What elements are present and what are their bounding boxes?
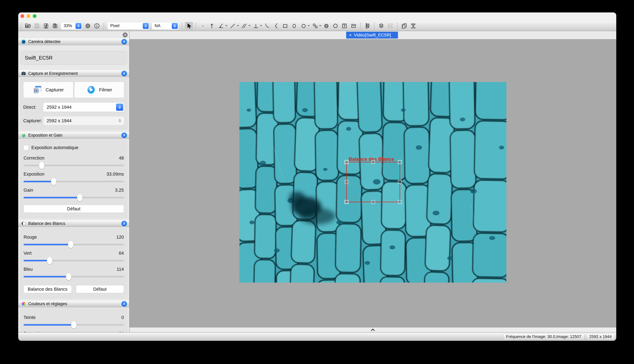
hue-slider[interactable] [24, 324, 124, 326]
open-file-button[interactable] [24, 22, 32, 30]
panel-header-capture[interactable]: Capture et Enregistrement [18, 70, 129, 77]
red-slider[interactable] [24, 244, 124, 245]
chevron-down-icon[interactable] [319, 24, 322, 28]
capture-button[interactable]: Capturer [23, 82, 73, 98]
polygon-tool-button[interactable] [331, 22, 340, 30]
linked-circles-tool-button[interactable] [311, 22, 319, 30]
close-window-button[interactable] [20, 14, 24, 18]
chevron-down-icon[interactable] [248, 24, 251, 28]
layers-button[interactable] [377, 22, 385, 30]
slider-knob[interactable] [71, 321, 76, 328]
slider-fill [24, 181, 54, 182]
timelapse-capture-button[interactable] [51, 22, 59, 30]
export-csv-button[interactable]: CSV [386, 22, 394, 30]
panel-header-colors[interactable]: Couleurs et réglages [18, 300, 129, 308]
save-button[interactable] [33, 22, 41, 30]
perpendicular-tool-button[interactable] [252, 22, 260, 30]
measure-tool-button[interactable] [363, 22, 372, 30]
snapshot-icon [33, 85, 42, 95]
main-area: × Vidéo[Swift_EC5R] [130, 31, 616, 332]
panel-title: Capture et Enregistrement [28, 71, 78, 76]
panel-collapse-button[interactable] [121, 301, 127, 306]
rectangle-tool-button[interactable] [281, 22, 289, 30]
bottom-panel-toggle[interactable] [130, 328, 616, 332]
tab-close-icon[interactable]: × [349, 33, 352, 38]
slider-knob[interactable] [47, 257, 52, 264]
slider-knob[interactable] [39, 162, 44, 169]
panel-title: Exposition et Gain [28, 133, 62, 138]
info-button[interactable] [93, 22, 101, 30]
panel-title: Caméra détectée [28, 39, 60, 44]
slider-knob[interactable] [68, 241, 73, 248]
panel-collapse-button[interactable] [121, 221, 127, 226]
white-balance-button[interactable]: Balance des Blancs [24, 285, 72, 293]
sidebar-collapse-button[interactable] [122, 32, 128, 38]
scale-bar-tool-button[interactable]: 10um [350, 22, 358, 30]
circle-tool-button[interactable] [300, 22, 308, 30]
panel-collapse-button[interactable] [121, 71, 127, 76]
blue-slider[interactable] [24, 276, 124, 278]
correction-slider[interactable] [24, 165, 124, 166]
live-resolution-select[interactable]: 2592 x 1944 [43, 102, 124, 112]
capture-resolution-select[interactable]: 2592 x 1944 [43, 116, 124, 125]
chevron-down-icon[interactable] [225, 24, 228, 28]
exposure-default-button[interactable]: Défaut [24, 205, 124, 213]
ellipse-tool-button[interactable] [290, 22, 298, 30]
camera-flash-icon [43, 23, 49, 29]
concentric-circles-tool-button[interactable] [322, 22, 330, 30]
zoom-level-select[interactable]: 33% [61, 22, 82, 30]
preferences-button[interactable] [84, 22, 92, 30]
stepper-icon[interactable] [143, 23, 149, 29]
exposure-panel-body: Exposition automatique Correction 48 Exp… [20, 140, 127, 218]
correction-slider-group: Correction 48 [24, 156, 124, 166]
parallel-lines-tool-button[interactable] [240, 22, 248, 30]
exposure-slider[interactable] [24, 181, 124, 182]
angle-tool-group [217, 22, 228, 30]
duplicate-view-button[interactable] [400, 22, 408, 30]
stepper-icon[interactable] [116, 104, 123, 111]
line-tool-button[interactable] [229, 22, 237, 30]
auto-exposure-checkbox[interactable] [24, 145, 28, 150]
curve-tool-button[interactable] [272, 22, 280, 30]
camera-timer-icon [52, 23, 58, 29]
arc-tool-button[interactable] [263, 22, 271, 30]
panel-header-camera[interactable]: Caméra détectée [18, 38, 129, 45]
arrow-tool-button[interactable] [208, 22, 216, 30]
point-tool-button[interactable] [199, 22, 207, 30]
double-chevron-up-icon [122, 302, 126, 306]
chevron-down-icon[interactable] [308, 24, 310, 28]
stepper-icon[interactable] [118, 118, 122, 123]
gain-slider[interactable] [24, 197, 124, 198]
chevron-down-icon[interactable] [260, 24, 262, 28]
stepper-icon[interactable] [76, 23, 82, 29]
magnification-select[interactable]: NA [152, 22, 178, 30]
live-resolution-value: 2592 x 1944 [47, 105, 114, 110]
auto-exposure-label: Exposition automatique [31, 145, 78, 150]
green-slider[interactable] [24, 260, 124, 262]
record-button[interactable]: Filmer [74, 82, 124, 98]
panel-collapse-button[interactable] [121, 39, 127, 44]
angle-tool-button[interactable] [217, 22, 225, 30]
text-tool-button[interactable] [340, 22, 348, 30]
zoom-window-button[interactable] [33, 14, 36, 18]
correction-label: Correction [24, 156, 44, 161]
panel-collapse-button[interactable] [121, 132, 127, 138]
camera-settings-button[interactable] [42, 22, 50, 30]
minimize-window-button[interactable] [26, 14, 30, 18]
color-wheel-icon [21, 301, 26, 306]
chevron-down-icon[interactable] [237, 24, 239, 28]
unit-select[interactable]: Pixel [108, 22, 149, 30]
panel-header-whitebalance[interactable]: Balance des Blancs [18, 220, 129, 227]
select-tool-button[interactable] [185, 22, 193, 30]
stepper-icon[interactable] [172, 23, 178, 29]
camera-list-item[interactable]: Swift_EC5R [24, 51, 124, 64]
parallel-tool-group [240, 22, 251, 30]
video-canvas[interactable]: Balance des Blancs [130, 40, 616, 328]
panel-header-exposure[interactable]: Exposition et Gain [18, 132, 129, 139]
whitebalance-default-button[interactable]: Défaut [76, 285, 124, 293]
slider-knob[interactable] [66, 273, 71, 280]
slider-knob[interactable] [77, 194, 82, 201]
export-image-button[interactable] [409, 22, 417, 30]
slider-knob[interactable] [51, 178, 56, 185]
video-tab[interactable]: × Vidéo[Swift_EC5R] [346, 32, 398, 38]
